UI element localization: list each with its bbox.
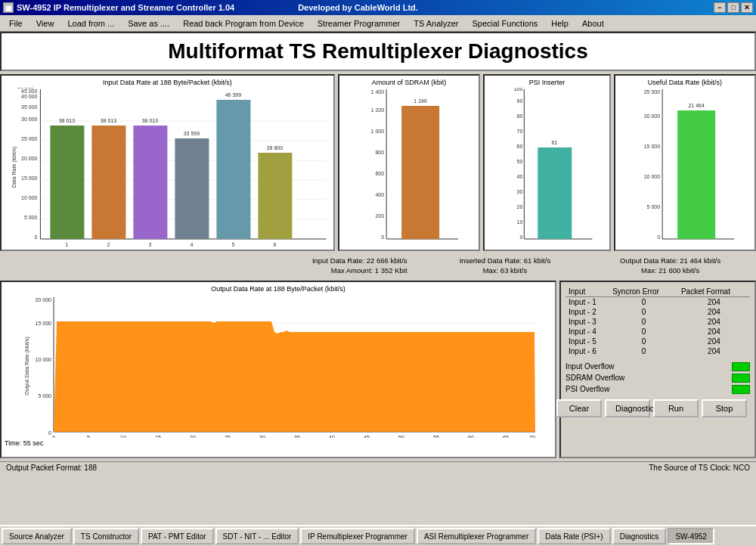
svg-text:20: 20 — [190, 435, 196, 438]
svg-text:30 000: 30 000 — [21, 116, 38, 122]
svg-text:60: 60 — [468, 435, 474, 438]
svg-text:200: 200 — [375, 213, 384, 219]
useful-bar — [677, 110, 715, 239]
svg-text:45 000: 45 000 — [21, 88, 38, 94]
svg-text:5 000: 5 000 — [38, 393, 51, 399]
svg-text:40: 40 — [517, 174, 523, 179]
svg-text:400: 400 — [375, 192, 384, 197]
table-row: Input - 50204 — [565, 337, 750, 346]
svg-text:25 000: 25 000 — [643, 89, 660, 95]
packet-format-label: Output Packet Format: 188 — [6, 464, 97, 472]
output-chart-svg: 0 5 000 10 000 15 000 20 000 Output Data… — [5, 294, 552, 438]
diagnostics-button[interactable]: Diagnostics — [605, 399, 650, 417]
svg-text:10 000: 10 000 — [36, 357, 52, 362]
svg-text:38 013: 38 013 — [101, 118, 117, 123]
input-name: Input - 4 — [565, 327, 609, 337]
psi-bar — [538, 147, 572, 239]
svg-text:0: 0 — [381, 234, 384, 240]
menu-item-file[interactable]: File — [3, 17, 29, 29]
svg-text:2: 2 — [107, 242, 110, 247]
packet-format: 204 — [678, 327, 750, 337]
minimize-button[interactable]: − — [714, 2, 726, 13]
svg-text:35 000: 35 000 — [21, 104, 38, 110]
title-bar-controls: − □ ✕ — [714, 2, 753, 13]
input-rate-label: Input Data Rate: 22 666 kbit/s — [312, 256, 407, 265]
close-button[interactable]: ✕ — [741, 2, 753, 13]
taskbar-btn-asi-remultiplexer-programmer[interactable]: ASI Remultiplexer Programmer — [417, 528, 536, 544]
svg-text:3: 3 — [148, 242, 151, 247]
clear-button[interactable]: Clear — [556, 399, 602, 417]
menu-item-read-back-program-from-device[interactable]: Read back Program from Device — [177, 17, 310, 29]
svg-text:15: 15 — [155, 435, 161, 438]
bottom-info-bar: Output Packet Format: 188 The Source of … — [0, 461, 756, 473]
svg-text:600: 600 — [375, 171, 384, 176]
sync-error: 0 — [609, 296, 678, 307]
psi-overflow-led — [732, 385, 750, 394]
menu-item-help[interactable]: Help — [545, 17, 575, 29]
table-row: Input - 30204 — [565, 317, 750, 327]
page-title: Multiformat TS Remultiplexer Diagnostics — [2, 39, 754, 64]
menu-item-special-functions[interactable]: Special Functions — [466, 17, 544, 29]
taskbar: Source AnalyzerTS ConstructorPAT - PMT E… — [0, 525, 756, 546]
run-button[interactable]: Run — [653, 399, 699, 417]
svg-text:35: 35 — [294, 435, 300, 438]
svg-text:100: 100 — [514, 88, 523, 92]
app-title: SW-4952 IP Remultiplexer and Streamer Co… — [17, 3, 234, 12]
svg-text:28 800: 28 800 — [267, 145, 284, 150]
taskbar-btn-ip-remultiplexer-programmer[interactable]: IP Remultiplexer Programmer — [300, 528, 415, 544]
chart-info-row: Input Data Rate: 22 666 kbit/s Max Amoun… — [0, 254, 756, 278]
maximize-button[interactable]: □ — [727, 2, 739, 13]
taskbar-btn-data-rate-(psi+)[interactable]: Data Rate (PSI+) — [538, 528, 610, 544]
svg-text:45: 45 — [364, 435, 370, 438]
input-name: Input - 2 — [565, 307, 609, 317]
bar-2 — [91, 126, 125, 239]
taskbar-btn-sdt---nit---...-editor[interactable]: SDT - NIT - ... Editor — [215, 528, 299, 544]
packet-format: 204 — [678, 296, 750, 307]
stop-button[interactable]: Stop — [702, 399, 747, 417]
input-overflow-row: Input Overflow — [565, 362, 750, 371]
svg-text:25 000: 25 000 — [21, 136, 38, 141]
svg-text:60: 60 — [517, 144, 523, 149]
table-row: Input - 40204 — [565, 327, 750, 337]
packet-format: 204 — [678, 346, 750, 356]
table-row: Input - 10204 — [565, 296, 750, 307]
svg-text:38 013: 38 013 — [142, 118, 159, 123]
output-area — [54, 321, 535, 432]
sync-error: 0 — [609, 307, 678, 317]
svg-text:38 013: 38 013 — [59, 118, 76, 123]
svg-text:70: 70 — [517, 129, 523, 134]
svg-text:80: 80 — [517, 113, 523, 119]
svg-text:40 000: 40 000 — [21, 94, 38, 99]
svg-text:20 000: 20 000 — [21, 156, 38, 161]
psi-chart-svg: 0 10 20 30 40 50 60 70 80 90 100 61 — [488, 88, 606, 247]
psi-overflow-row: PSI Overflow — [565, 385, 750, 394]
svg-text:1: 1 — [65, 242, 68, 247]
taskbar-btn-pat---pmt-editor[interactable]: PAT - PMT Editor — [141, 528, 214, 544]
col-input: Input — [565, 287, 609, 297]
bar-5 — [216, 100, 250, 239]
action-buttons: Clear Diagnostics Run Stop — [565, 396, 750, 417]
taskbar-btn-ts-constructor[interactable]: TS Constructor — [73, 528, 139, 544]
packet-format: 204 — [678, 337, 750, 346]
taskbar-btn-diagnostics[interactable]: Diagnostics — [612, 528, 667, 544]
input-name: Input - 1 — [565, 296, 609, 307]
svg-text:20 000: 20 000 — [643, 113, 660, 119]
menu-item-streamer-programmer[interactable]: Streamer Programmer — [311, 17, 406, 29]
svg-text:10 000: 10 000 — [21, 195, 38, 200]
menu-item-view[interactable]: View — [30, 17, 60, 29]
svg-text:5: 5 — [87, 435, 90, 438]
menu-item-save-as-....[interactable]: Save as .... — [122, 17, 175, 29]
svg-text:800: 800 — [375, 150, 384, 155]
title-bar-left: ▦ SW-4952 IP Remultiplexer and Streamer … — [3, 2, 418, 13]
svg-text:90: 90 — [517, 98, 523, 104]
menu-item-ts-analyzer[interactable]: TS Analyzer — [407, 17, 464, 29]
menu-item-load-from-...[interactable]: Load from ... — [61, 17, 120, 29]
svg-text:5 000: 5 000 — [646, 204, 660, 209]
inserted-rate-label: Inserted Data Rate: 61 kbit/s — [460, 256, 550, 265]
sdram-overflow-row: SDRAM Overflow — [565, 374, 750, 383]
menu-item-about[interactable]: About — [576, 17, 610, 29]
taskbar-btn-sw-4952[interactable]: SW-4952 — [668, 528, 714, 544]
top-charts: Input Data Rate at 188 Byte/Packet (kbit… — [0, 74, 756, 251]
svg-text:25: 25 — [225, 435, 231, 438]
taskbar-btn-source-analyzer[interactable]: Source Analyzer — [2, 528, 72, 544]
